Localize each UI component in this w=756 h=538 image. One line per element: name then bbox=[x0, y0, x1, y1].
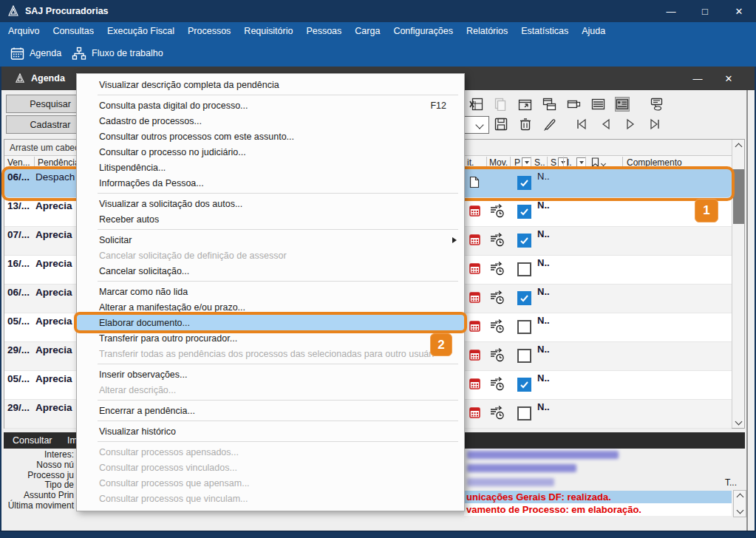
context-menu-item[interactable]: Encerrar a pendência... 2 bbox=[77, 403, 464, 418]
context-menu-item[interactable]: Consultar processos apensados... 2 bbox=[77, 444, 464, 460]
bookmark-filter-chevron-icon[interactable] bbox=[601, 161, 606, 166]
close-button[interactable]: ✕ bbox=[722, 6, 756, 17]
context-menu-item[interactable]: Consultar o processo no judiciário... 2 bbox=[77, 144, 464, 160]
col-header-p[interactable]: P bbox=[514, 157, 520, 168]
deadline-calendar-icon bbox=[469, 378, 480, 389]
menu-bar-item[interactable]: Relatórios bbox=[460, 22, 514, 40]
scroll-up-button[interactable] bbox=[734, 491, 746, 503]
movements-scrollbar[interactable] bbox=[733, 490, 746, 517]
context-menu-item[interactable]: Transferir todas as pendências dos proce… bbox=[77, 346, 464, 361]
delete-button[interactable] bbox=[518, 117, 533, 132]
menu-separator bbox=[98, 364, 458, 364]
row-pendencia-title: Aprecia bbox=[35, 316, 72, 327]
col-header-complemento[interactable]: Complemento bbox=[627, 157, 682, 168]
context-menu-item[interactable]: Receber autos 2 bbox=[77, 211, 464, 227]
row-due-date: 16/... bbox=[7, 258, 30, 269]
context-menu-item[interactable]: Cancelar solicitação de definição de ass… bbox=[77, 248, 464, 263]
context-menu-item[interactable]: Consultar processos que apensam... 2 bbox=[77, 475, 464, 491]
context-menu-item[interactable]: Inserir observações... 2 bbox=[77, 367, 464, 382]
context-menu-item[interactable]: Cadastro de processos... 2 bbox=[77, 113, 464, 129]
col-header-situacao[interactable]: it. bbox=[467, 157, 474, 168]
agenda-close-button[interactable]: ✕ bbox=[713, 73, 744, 84]
nav-last-button[interactable] bbox=[647, 117, 662, 132]
context-menu-item[interactable]: Marcar como não lida 2 bbox=[77, 284, 464, 299]
row-checkbox[interactable] bbox=[517, 262, 531, 276]
menu-bar-item[interactable]: Estatísticas bbox=[514, 22, 575, 40]
col-header-pendencia[interactable]: Pendência bbox=[38, 157, 80, 168]
context-menu-item[interactable]: Visualizar a solicitação dos autos... 2 bbox=[77, 196, 464, 211]
menu-separator bbox=[98, 281, 458, 282]
scrollbar-thumb[interactable] bbox=[733, 169, 744, 224]
menu-bar-item[interactable]: Pessoas bbox=[299, 22, 348, 40]
edit-description-view-button[interactable] bbox=[615, 97, 630, 112]
row-checkbox[interactable] bbox=[517, 205, 531, 219]
agenda-window-title: Agenda bbox=[31, 73, 65, 84]
menu-bar-item[interactable]: Processos bbox=[181, 22, 237, 40]
maximize-button[interactable]: □ bbox=[688, 6, 722, 17]
scroll-down-button[interactable] bbox=[734, 504, 746, 517]
save-button[interactable] bbox=[494, 117, 508, 132]
menu-bar-item[interactable]: Carga bbox=[348, 22, 386, 40]
minimize-button[interactable]: — bbox=[654, 6, 688, 17]
row-checkbox[interactable] bbox=[517, 349, 531, 363]
nav-first-button[interactable] bbox=[574, 117, 589, 132]
scroll-down-button[interactable] bbox=[732, 415, 745, 428]
scroll-up-button[interactable] bbox=[732, 140, 745, 153]
context-menu-item[interactable]: Solicitar 2 bbox=[77, 232, 464, 248]
row-checkbox[interactable] bbox=[517, 234, 531, 248]
cascade-windows-button[interactable] bbox=[542, 97, 556, 112]
row-checkbox[interactable] bbox=[517, 176, 531, 190]
row-checkbox[interactable] bbox=[517, 406, 531, 420]
row-checkbox[interactable] bbox=[517, 291, 531, 305]
open-in-window-button[interactable] bbox=[517, 97, 532, 112]
menu-bar-item[interactable]: Execução Fiscal bbox=[101, 22, 181, 40]
context-menu-item[interactable]: Consultar outros processos com este assu… bbox=[77, 129, 464, 144]
context-menu-item[interactable]: Cancelar solicitação... 2 bbox=[77, 263, 464, 279]
context-menu-item[interactable]: Informações da Pessoa... 2 bbox=[77, 175, 464, 191]
col-header-s1[interactable]: S.. bbox=[534, 157, 545, 168]
agenda-toolbar-button[interactable]: Agenda bbox=[10, 47, 61, 61]
menu-item-label: Visualizar a solicitação dos autos... bbox=[99, 199, 435, 209]
row-checkbox[interactable] bbox=[517, 378, 531, 392]
movement-list-item[interactable]: unicações Gerais DF: realizada. bbox=[464, 491, 732, 503]
menu-bar-item[interactable]: Arquivo bbox=[1, 22, 46, 40]
bookmark-column-icon[interactable] bbox=[591, 157, 599, 167]
export-excel-button[interactable] bbox=[469, 97, 483, 112]
edit-button[interactable] bbox=[542, 117, 557, 132]
agenda-minimize-button[interactable]: — bbox=[682, 73, 713, 84]
workflow-toolbar-button[interactable]: Fluxo de trabalho bbox=[72, 47, 163, 61]
row-checkbox[interactable] bbox=[517, 320, 531, 334]
menu-bar-item[interactable]: Ajuda bbox=[575, 22, 612, 40]
tile-windows-button[interactable] bbox=[566, 97, 581, 112]
context-menu-item[interactable]: Consultar processos vinculados... 2 bbox=[77, 460, 464, 475]
tab-consultar[interactable]: Consultar bbox=[13, 435, 52, 446]
menu-bar-item[interactable]: Configurações bbox=[386, 22, 460, 40]
col-header-vencimento[interactable]: Ven... bbox=[7, 157, 30, 168]
context-menu-item[interactable]: Alterar descrição... 2 bbox=[77, 382, 464, 398]
col-header-movimentacao[interactable]: Mov. bbox=[489, 157, 508, 168]
row-status: N.. bbox=[537, 315, 550, 326]
movement-list-item[interactable]: vamento de Processo: em elaboração. bbox=[464, 503, 732, 516]
chevron-down-icon bbox=[475, 120, 483, 129]
workflow-share-button[interactable] bbox=[650, 97, 664, 112]
context-menu-item[interactable]: Consultar processos que vinculam... 2 bbox=[77, 491, 464, 506]
context-menu-item[interactable]: Visualizar histórico 2 bbox=[77, 423, 464, 439]
col-header-i[interactable]: I. bbox=[567, 157, 572, 168]
context-menu-item[interactable]: Visualizar descrição completa da pendênc… bbox=[77, 77, 464, 92]
context-menu-item[interactable]: Transferir para outro procurador... 2 bbox=[77, 330, 464, 346]
col-header-s2[interactable]: S bbox=[551, 157, 556, 168]
menu-bar-item[interactable]: Consultas bbox=[46, 22, 101, 40]
menu-item-label: Cancelar solicitação de definição de ass… bbox=[99, 251, 435, 261]
detail-label: Tipo de bbox=[0, 480, 74, 491]
context-menu-item[interactable]: Litispendência... 2 bbox=[77, 160, 464, 175]
context-menu-item[interactable]: Elaborar documento... 2 bbox=[77, 315, 464, 330]
agenda-window-right-border bbox=[746, 90, 748, 531]
details-view-button[interactable] bbox=[590, 97, 605, 112]
context-menu-item[interactable]: Consulta pasta digital do processo... F1… bbox=[77, 98, 464, 113]
nav-next-button[interactable] bbox=[623, 117, 638, 132]
context-menu-item[interactable]: Alterar a manifestação e/ou prazo... 2 bbox=[77, 299, 464, 315]
annotation-badge-1: 1 bbox=[695, 199, 718, 222]
table-scrollbar[interactable] bbox=[732, 140, 744, 428]
menu-bar-item[interactable]: Requisitório bbox=[237, 22, 299, 40]
nav-prev-button[interactable] bbox=[599, 117, 613, 132]
